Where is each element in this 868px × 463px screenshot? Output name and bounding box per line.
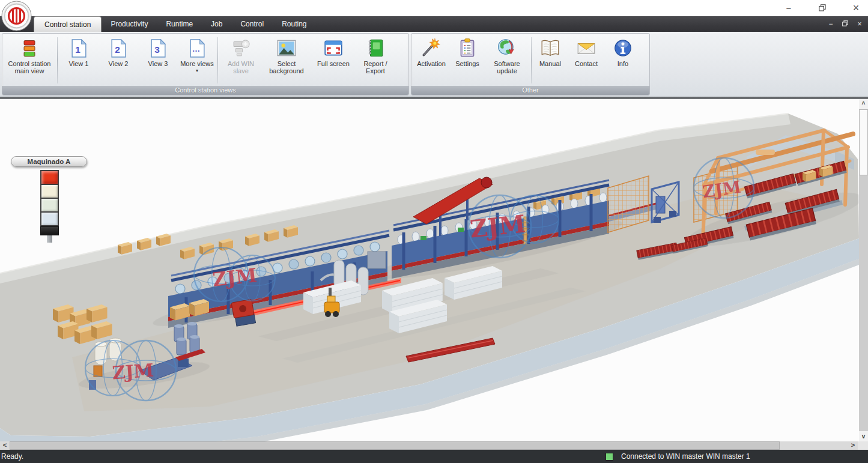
statusbar: Ready. Connected to WIN master WIN maste… [0, 450, 868, 463]
andon-segment-green [41, 199, 58, 213]
dropdown-arrow-icon: ▾ [196, 68, 198, 73]
andon-segment-yellow [41, 185, 58, 199]
add-win-slave-button: Add WIN slave [219, 35, 263, 86]
view-3-icon: 3 [148, 37, 168, 59]
connection-label: Connected to WIN master WIN master 1 [621, 450, 750, 463]
full-screen-icon [323, 37, 344, 59]
andon-segment-blue [41, 213, 58, 226]
tab-routing[interactable]: Routing [273, 16, 315, 32]
button-label: View 3 [148, 61, 168, 68]
application-window: − × Control station Productivity Runtime… [0, 0, 868, 463]
manual-icon [540, 37, 560, 59]
button-label: Full screen [317, 61, 350, 68]
button-label: Software update [484, 61, 530, 74]
tab-control[interactable]: Control [231, 16, 273, 32]
svg-text:1: 1 [75, 44, 80, 54]
view-3-button[interactable]: 3 View 3 [138, 35, 178, 86]
software-update-button[interactable]: Software update [484, 35, 530, 86]
status-text: Ready. [1, 450, 23, 463]
mdi-minimize-button[interactable]: − [827, 16, 834, 32]
view-1-icon: 1 [69, 37, 89, 59]
scrollbar-corner [858, 441, 868, 450]
factory-scene: ZJM ZJM ZJM ZJM [0, 99, 859, 441]
button-label: Report / Export [356, 61, 395, 74]
andon-tower [40, 170, 59, 243]
button-label: View 2 [109, 61, 129, 68]
button-label: Contact [575, 61, 598, 68]
scroll-down-button[interactable]: v [859, 431, 868, 441]
vertical-scroll-thumb[interactable] [859, 109, 868, 175]
ribbon-group-control-station-views: Control station main view 1 View 1 [2, 33, 409, 95]
view-2-button[interactable]: 2 View 2 [99, 35, 138, 86]
add-win-slave-icon [231, 37, 251, 59]
factory-floor [0, 113, 859, 441]
andon-pole [47, 235, 52, 243]
svg-text:2: 2 [115, 44, 120, 54]
svg-text:ZJM: ZJM [111, 360, 154, 384]
restore-icon [842, 20, 848, 26]
scroll-up-button[interactable]: ^ [859, 99, 868, 109]
ribbon-group-caption: Other [411, 86, 649, 95]
button-label: More views [180, 61, 214, 68]
app-logo-icon [1, 1, 32, 31]
button-label: Settings [455, 61, 479, 68]
select-background-icon [276, 37, 297, 59]
scroll-left-button[interactable]: < [0, 441, 10, 450]
ribbon-separator [531, 37, 532, 83]
ribbon-separator [217, 37, 218, 83]
window-minimize-button[interactable]: − [783, 0, 795, 16]
ribbon-separator [57, 37, 58, 83]
button-label: Info [618, 61, 628, 68]
contact-icon [576, 37, 596, 59]
button-label: Manual [539, 61, 561, 68]
contact-button[interactable]: Contact [568, 35, 605, 86]
andon-segment-red [41, 171, 58, 185]
horizontal-scroll-thumb[interactable] [10, 441, 780, 450]
mdi-restore-button[interactable] [842, 16, 849, 32]
svg-text:3: 3 [154, 44, 160, 54]
manual-button[interactable]: Manual [533, 35, 568, 86]
window-restore-button[interactable] [816, 0, 828, 16]
info-icon [613, 37, 633, 59]
button-label: Add WIN slave [219, 61, 263, 74]
activation-button[interactable]: Activation [412, 35, 451, 86]
svg-text:…: … [192, 44, 199, 53]
tab-control-station[interactable]: Control station [34, 16, 102, 32]
button-label: Activation [417, 61, 446, 68]
software-update-icon [497, 37, 517, 59]
button-label: Select background [263, 61, 311, 74]
ribbon-group-other: Activation [411, 33, 650, 95]
andon-base [40, 226, 59, 235]
scroll-right-button[interactable]: > [848, 441, 858, 450]
activation-icon [421, 37, 442, 59]
svg-text:ZJM: ZJM [469, 209, 527, 243]
machine-label[interactable]: Maquinado A [11, 156, 87, 167]
titlebar: − × [0, 0, 868, 16]
report-export-icon [365, 37, 386, 59]
connection-indicator [605, 453, 613, 461]
ribbon-tab-bar: Control station Productivity Runtime Job… [0, 16, 868, 32]
settings-button[interactable]: Settings [451, 35, 484, 86]
svg-text:ZJM: ZJM [211, 264, 258, 291]
vertical-scrollbar[interactable]: ^ v [859, 99, 868, 441]
more-views-button[interactable]: … More views ▾ [178, 35, 216, 86]
more-views-icon: … [187, 37, 207, 59]
tab-productivity[interactable]: Productivity [102, 16, 157, 32]
full-screen-button[interactable]: Full screen [311, 35, 356, 86]
select-background-button[interactable]: Select background [263, 35, 311, 86]
button-label: View 1 [69, 61, 89, 68]
window-close-button[interactable]: × [850, 0, 862, 16]
tab-job[interactable]: Job [202, 16, 231, 32]
view-1-button[interactable]: 1 View 1 [59, 35, 99, 86]
report-export-button[interactable]: Report / Export [356, 35, 395, 86]
info-button[interactable]: Info [605, 35, 641, 86]
ribbon-group-caption: Control station views [2, 86, 408, 95]
settings-icon [457, 37, 478, 59]
tab-runtime[interactable]: Runtime [157, 16, 202, 32]
factory-3d-viewport[interactable]: ZJM ZJM ZJM ZJM Maquinado A [0, 99, 859, 441]
connection-status: Connected to WIN master WIN master 1 [605, 450, 750, 463]
restore-icon [819, 4, 826, 11]
mdi-close-button[interactable]: × [856, 16, 863, 32]
horizontal-scrollbar[interactable]: < > [0, 441, 868, 450]
control-station-main-view-button[interactable]: Control station main view [3, 35, 56, 86]
